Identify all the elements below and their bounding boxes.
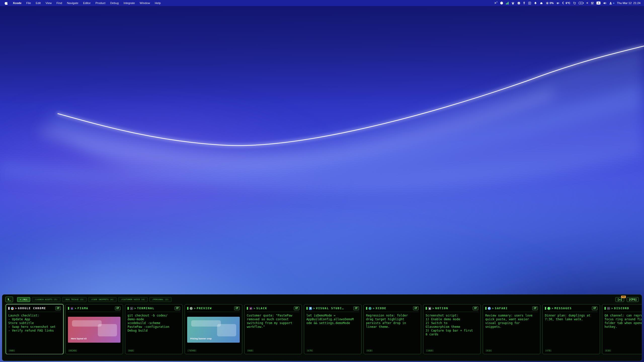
- list-icon[interactable]: [528, 2, 531, 5]
- folder-tab-bug-triage-3[interactable]: /BUG TRIAGE (3): [62, 297, 87, 302]
- clip-card-visual-studi[interactable]: > VISUAL STUDI… CP let isDemoMode = AppB…: [304, 304, 361, 354]
- chevron-left-icon[interactable]: <: [586, 2, 588, 5]
- card-body: Pricing banner crop: [187, 314, 240, 349]
- menu-product[interactable]: Product: [95, 2, 105, 5]
- input-source-letter: A: [598, 2, 599, 4]
- menu-navigate[interactable]: Navigate: [67, 2, 78, 5]
- card-header: > SAFARI CP: [485, 306, 538, 312]
- folder-tab-code-snippets-4[interactable]: /CODE SNIPPETS (4): [88, 297, 116, 302]
- copy-button[interactable]: CP: [473, 306, 478, 310]
- menu-edit[interactable]: Edit: [36, 2, 41, 5]
- thumbnail-block: [72, 320, 102, 327]
- tray-icon[interactable]: [540, 2, 543, 5]
- thumbnail-block: [98, 324, 117, 336]
- prompt-chevron: >: [134, 307, 136, 310]
- card-body: Regression note: folder drag target high…: [366, 314, 419, 349]
- clip-card-safari[interactable]: > SAFARI CP Review summary: users love q…: [483, 304, 540, 354]
- menu-file[interactable]: File: [26, 2, 31, 5]
- panel-tab-bar: $_ > /ALL/LAUNCH ASSETS (5)/BUG TRIAGE (…: [2, 295, 642, 303]
- paw-icon[interactable]: [511, 2, 515, 5]
- config-button[interactable]: [CFG]: [627, 297, 639, 302]
- menu-help[interactable]: Help: [155, 2, 161, 5]
- add-folder-button[interactable]: [+]PRO: [615, 297, 624, 302]
- moon-weather-item[interactable]: ☾ 6°C: [562, 2, 570, 5]
- menu-view[interactable]: View: [46, 2, 52, 5]
- clip-card-terminal[interactable]: > TERMINAL CP git checkout -b codex/ dem…: [125, 304, 183, 354]
- cursor-block-icon: [545, 307, 546, 310]
- menu-find[interactable]: Find: [57, 2, 62, 5]
- yeti-icon[interactable]: [517, 2, 520, 5]
- apple-logo-icon[interactable]: [5, 1, 8, 5]
- people-icon[interactable]: [609, 2, 614, 5]
- cursor-block-icon: [426, 307, 427, 310]
- clip-card-notion[interactable]: > NOTION CP Screenshot script: 1) Enable…: [423, 304, 481, 354]
- keyboard-input-icon[interactable]: A: [596, 2, 600, 5]
- bell-icon[interactable]: [534, 2, 537, 5]
- xcode-icon: [369, 307, 372, 310]
- prompt-chevron: >: [75, 307, 76, 310]
- prompt-chevron: >: [492, 307, 494, 310]
- copy-button[interactable]: CP: [294, 306, 299, 310]
- clip-text: Review summary: users love quick paste, …: [485, 314, 538, 329]
- menu-bar: Xcode FileEditViewFindNavigateEditorProd…: [0, 0, 644, 6]
- copy-button[interactable]: CP: [532, 306, 538, 310]
- desktop: Xcode FileEditViewFindNavigateEditorProd…: [0, 0, 644, 362]
- menu-window[interactable]: Window: [140, 2, 150, 5]
- coffee-icon[interactable]: [556, 2, 560, 5]
- vscode-icon: [309, 307, 312, 310]
- folder-tab-customer-voice-4[interactable]: /CUSTOMER VOICE (4): [118, 297, 148, 302]
- terminal-icon[interactable]: >1: [494, 2, 497, 5]
- size-badge: [86B]: [247, 349, 254, 352]
- copy-button[interactable]: CP: [55, 306, 61, 310]
- copy-button[interactable]: CP: [115, 306, 120, 310]
- clip-card-google-chrome[interactable]: > GOOGLE CHROME CP Launch checklist: - U…: [6, 304, 63, 354]
- folder-tab-all[interactable]: > /ALL: [17, 297, 30, 302]
- copy-button[interactable]: CP: [592, 306, 597, 310]
- volume-icon[interactable]: [603, 2, 607, 5]
- battery-icon[interactable]: [579, 2, 584, 5]
- clip-card-figma[interactable]: > FIGMA CP Hero layout v3 [882KB]: [65, 304, 123, 354]
- menu-debug[interactable]: Debug: [110, 2, 119, 5]
- faders-icon[interactable]: [591, 2, 594, 5]
- clip-image-thumbnail: Pricing banner crop: [187, 317, 240, 343]
- clip-card-discord[interactable]: > DISCORD CP QA channel: can repro focus…: [602, 304, 642, 354]
- prompt-chevron: >: [313, 307, 315, 310]
- card-header: > SLACK CP: [247, 306, 299, 312]
- flag-icon[interactable]: [573, 2, 576, 5]
- card-body: QA channel: can repro focus ring around …: [605, 314, 642, 349]
- cursor-block-icon: [247, 307, 248, 310]
- menubar-clock[interactable]: Thu Mar 12 21:24: [617, 2, 640, 5]
- clip-card-xcode[interactable]: > XCODE CP Regression note: folder drag …: [364, 304, 421, 354]
- thumbnail-block: [217, 324, 236, 336]
- copy-button[interactable]: CP: [175, 306, 180, 310]
- copy-button[interactable]: CP: [234, 306, 240, 310]
- prompt-button[interactable]: $_: [5, 297, 13, 302]
- prompt-chevron: >: [254, 307, 255, 310]
- size-badge: [81B]: [486, 349, 492, 352]
- active-app-name[interactable]: Xcode: [13, 2, 22, 5]
- menu-integrate[interactable]: Integrate: [124, 2, 135, 5]
- signal-bars-icon[interactable]: [506, 2, 509, 5]
- card-body: let isDemoMode = AppBuildConfig.allowsDe…: [306, 314, 359, 349]
- upload-arrow-icon[interactable]: ⇧: [523, 2, 526, 5]
- card-header: > VISUAL STUDI… CP: [306, 306, 359, 312]
- copy-button[interactable]: CP: [413, 306, 419, 310]
- clip-text: QA channel: can repro focus ring around …: [605, 314, 642, 329]
- size-badge: [67B]: [307, 349, 313, 352]
- cursor-block-icon: [306, 307, 308, 310]
- clip-card-preview[interactable]: > PREVIEW CP Pricing banner crop [785KB]: [185, 304, 242, 354]
- clip-card-slack[interactable]: > SLACK CP Customer quote: "PastePaw rem…: [244, 304, 302, 354]
- cursor-block-icon: [605, 307, 606, 310]
- clip-card-messages[interactable]: > MESSAGES CP Dinner plan: dumplings at …: [542, 304, 600, 354]
- menu-editor[interactable]: Editor: [83, 2, 91, 5]
- folder-tab-launch-assets-5[interactable]: /LAUNCH ASSETS (5): [32, 297, 60, 302]
- notion-icon: [428, 307, 431, 310]
- size-badge: [98B]: [9, 349, 15, 352]
- thumbnail-caption: Pricing banner crop: [190, 337, 212, 340]
- safari-icon: [488, 307, 491, 310]
- openai-icon[interactable]: 0%: [546, 2, 554, 5]
- copy-button[interactable]: CP: [353, 306, 359, 310]
- folder-tab-personal-2[interactable]: /PERSONAL (2): [149, 297, 171, 302]
- clip-text: Customer quote: "PastePaw removed so muc…: [247, 314, 299, 329]
- github-icon[interactable]: [500, 1, 503, 5]
